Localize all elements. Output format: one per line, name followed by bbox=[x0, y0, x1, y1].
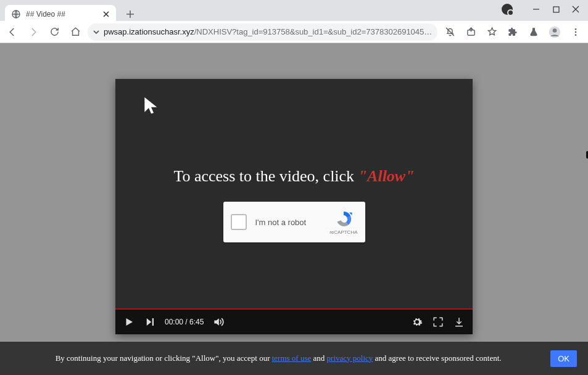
forward-button[interactable] bbox=[25, 23, 42, 41]
notifications-muted-icon[interactable] bbox=[441, 23, 458, 41]
play-button[interactable] bbox=[123, 316, 135, 328]
bookmark-star-icon[interactable] bbox=[483, 23, 500, 41]
window-controls bbox=[502, 0, 586, 19]
maximize-button[interactable] bbox=[546, 0, 566, 19]
share-icon[interactable] bbox=[462, 23, 479, 41]
next-button[interactable] bbox=[144, 316, 156, 328]
privacy-link[interactable]: privacy policy bbox=[327, 353, 373, 363]
svg-point-4 bbox=[553, 28, 557, 33]
svg-point-5 bbox=[575, 28, 577, 30]
cursor-icon bbox=[141, 95, 161, 116]
progress-bar[interactable] bbox=[115, 308, 473, 310]
home-button[interactable] bbox=[67, 23, 84, 41]
close-icon[interactable] bbox=[102, 10, 110, 18]
globe-icon bbox=[11, 9, 21, 19]
labs-icon[interactable] bbox=[525, 23, 542, 41]
account-badge-icon[interactable] bbox=[502, 4, 513, 15]
back-button[interactable] bbox=[4, 23, 21, 41]
settings-button[interactable] bbox=[411, 316, 423, 328]
download-button[interactable] bbox=[453, 316, 465, 328]
consent-text: By continuing your navigation or clickin… bbox=[11, 353, 550, 365]
recaptcha-box[interactable]: I'm not a robot reCAPTCHA bbox=[223, 202, 365, 242]
access-prompt: To access to the video, click "Allow" bbox=[115, 167, 473, 186]
url-text: pwsap.izationsuchasr.xyz/NDXHISV?tag_id=… bbox=[104, 27, 433, 36]
recaptcha-label: I'm not a robot bbox=[255, 218, 321, 227]
recaptcha-logo: reCAPTCHA bbox=[329, 210, 357, 235]
fake-video-player: To access to the video, click "Allow" I'… bbox=[115, 79, 473, 334]
browser-tab[interactable]: ## Video ## bbox=[5, 5, 116, 23]
recaptcha-brand: reCAPTCHA bbox=[329, 229, 357, 235]
close-window-button[interactable] bbox=[566, 0, 586, 19]
svg-rect-1 bbox=[553, 7, 559, 12]
fullscreen-button[interactable] bbox=[432, 316, 444, 328]
prompt-text: To access to the video, click bbox=[173, 167, 358, 185]
recaptcha-checkbox[interactable] bbox=[231, 214, 247, 230]
tab-title: ## Video ## bbox=[26, 10, 97, 19]
reload-button[interactable] bbox=[46, 23, 63, 41]
browser-toolbar: pwsap.izationsuchasr.xyz/NDXHISV?tag_id=… bbox=[0, 21, 588, 43]
allow-word: "Allow" bbox=[358, 167, 415, 185]
menu-icon[interactable] bbox=[567, 23, 584, 41]
chevron-down-icon[interactable] bbox=[93, 28, 100, 36]
new-tab-button[interactable] bbox=[122, 6, 138, 22]
svg-point-7 bbox=[575, 34, 577, 36]
consent-banner: By continuing your navigation or clickin… bbox=[0, 342, 588, 375]
video-controls: 00:00 / 6:45 bbox=[115, 310, 473, 334]
extensions-icon[interactable] bbox=[504, 23, 521, 41]
titlebar: ## Video ## bbox=[0, 0, 588, 21]
page-viewport: To access to the video, click "Allow" I'… bbox=[0, 43, 588, 375]
profile-icon[interactable] bbox=[546, 23, 563, 41]
minimize-button[interactable] bbox=[526, 0, 546, 19]
playback-time: 00:00 / 6:45 bbox=[165, 318, 204, 326]
terms-link[interactable]: terms of use bbox=[272, 353, 312, 363]
ok-button[interactable]: OK bbox=[550, 350, 577, 367]
address-bar[interactable]: pwsap.izationsuchasr.xyz/NDXHISV?tag_id=… bbox=[88, 23, 437, 41]
volume-button[interactable] bbox=[212, 316, 225, 328]
svg-point-6 bbox=[575, 31, 577, 33]
